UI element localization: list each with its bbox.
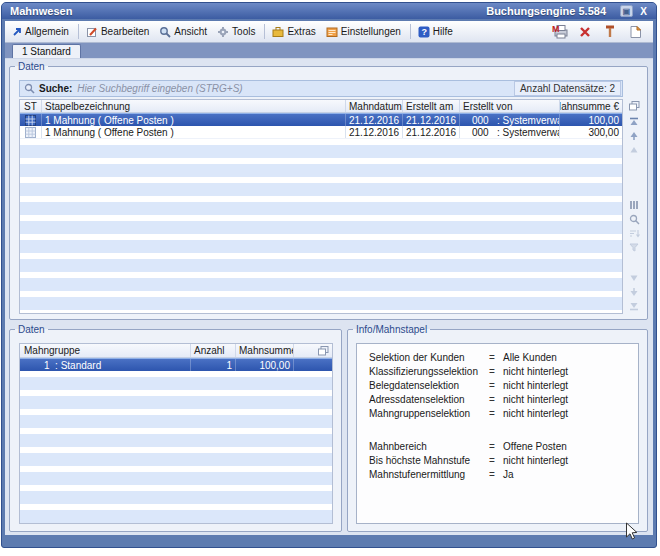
- menu-separator: [78, 24, 79, 39]
- info-row: Klassifizierungsselektion = nicht hinter…: [369, 365, 632, 378]
- col-mahngruppe[interactable]: Mahngruppe: [20, 344, 191, 357]
- info-mahnstapel-group: Info/Mahnstapel Selektion der Kunden = A…: [347, 324, 648, 532]
- toolbar-actions: M: [551, 24, 650, 40]
- menu-einstellungen[interactable]: Einstellungen: [322, 24, 407, 40]
- col-st[interactable]: ST: [20, 100, 42, 112]
- search-table-icon[interactable]: [628, 213, 640, 225]
- info-row: Mahnbereich = Offene Posten: [369, 440, 632, 453]
- main-daten-group: Daten Suche: Hier Suchbegriff eingeben (…: [9, 61, 648, 320]
- menu-separator: [264, 24, 265, 39]
- menu-ansicht[interactable]: Ansicht: [155, 24, 213, 40]
- col-mahnsumme[interactable]: Mahnsumme €: [560, 100, 622, 112]
- empty-rows-area: [20, 139, 622, 313]
- info-row: Adressdatenselektion = nicht hinterlegt: [369, 393, 632, 406]
- info-row: Bis höchste Mahnstufe = nicht hinterlegt: [369, 454, 632, 467]
- app-version: Buchungsengine 5.584: [486, 5, 606, 17]
- tools-icon: [217, 26, 229, 38]
- grid-outline-icon: [20, 126, 42, 138]
- select-columns-icon[interactable]: [628, 100, 640, 112]
- column-options-icon[interactable]: [628, 199, 640, 211]
- info-mahnstapel-legend: Info/Mahnstapel: [353, 324, 430, 335]
- search-placeholder: Hier Suchbegriff eingeben (STRG+S): [77, 83, 514, 94]
- info-row: Belegdatenselektion = nicht hinterlegt: [369, 379, 632, 392]
- settings-icon: [326, 26, 338, 38]
- scroll-next-icon[interactable]: [628, 272, 640, 284]
- tab-page: Daten Suche: Hier Suchbegriff eingeben (…: [5, 58, 653, 535]
- screen: { "window": { "title": "Mahnwesen", "ver…: [0, 0, 660, 556]
- sort-icon[interactable]: [628, 227, 640, 239]
- post-hammer-icon[interactable]: [601, 24, 619, 40]
- col-erstellt-von[interactable]: Erstellt von: [460, 100, 560, 112]
- col-mahndatum[interactable]: Mahndatum: [346, 100, 403, 112]
- mahngruppe-group: Daten Mahngruppe Anzahl Mahnsumme € 1 : …: [9, 324, 342, 532]
- svg-text:?: ?: [421, 27, 427, 37]
- delete-icon[interactable]: [576, 24, 594, 40]
- tab-strip: 1 Standard: [5, 43, 653, 58]
- scroll-up-icon[interactable]: [628, 130, 640, 142]
- empty-rows-area: [20, 371, 332, 523]
- window-body: Allgemein Bearbeiten Ansicht Tools Extra…: [5, 21, 653, 535]
- menu-bar: Allgemein Bearbeiten Ansicht Tools Extra…: [5, 21, 653, 43]
- help-icon: ?: [418, 26, 430, 38]
- table-row[interactable]: 1 Mahnung ( Offene Posten ) 21.12.2016 2…: [20, 126, 622, 139]
- scroll-prev-icon[interactable]: [628, 144, 640, 156]
- menu-hilfe[interactable]: ? Hilfe: [414, 24, 459, 40]
- main-daten-legend: Daten: [15, 61, 48, 72]
- mouse-cursor: [625, 522, 638, 541]
- table-header[interactable]: Mahngruppe Anzahl Mahnsumme €: [20, 344, 332, 358]
- menu-separator: [410, 24, 411, 39]
- edit-icon: [86, 26, 98, 38]
- record-count: Anzahl Datensätze: 2: [514, 81, 621, 96]
- mahngruppe-table: Mahngruppe Anzahl Mahnsumme € 1 : Standa…: [19, 343, 333, 524]
- extras-icon: [272, 26, 284, 38]
- title-bar: Mahnwesen Buchungsengine 5.584 ▣ X: [2, 3, 656, 19]
- tab-standard[interactable]: 1 Standard: [12, 44, 81, 58]
- print-mahnung-icon[interactable]: M: [551, 24, 569, 40]
- new-document-icon[interactable]: [626, 24, 644, 40]
- col-stapelbezeichnung[interactable]: Stapelbezeichnung: [42, 100, 346, 112]
- window-title: Mahnwesen: [10, 5, 486, 17]
- info-row: Mahngruppenselektion = nicht hinterlegt: [369, 407, 632, 420]
- arrow-ne-icon: [12, 27, 22, 37]
- table-row[interactable]: 1 : Standard 1 100,00: [20, 358, 332, 371]
- mahngruppe-legend: Daten: [15, 324, 48, 335]
- scroll-down-icon[interactable]: [628, 286, 640, 298]
- scroll-first-icon[interactable]: [628, 116, 640, 128]
- info-panel: Selektion der Kunden = Alle Kunden Klass…: [356, 343, 639, 524]
- app-window: Mahnwesen Buchungsengine 5.584 ▣ X Allge…: [1, 2, 657, 548]
- menu-extras[interactable]: Extras: [268, 24, 321, 40]
- table-toolbar-strip: [626, 99, 642, 314]
- info-row: Mahnstufenermittlung = Ja: [369, 468, 632, 481]
- scroll-last-icon[interactable]: [628, 300, 640, 312]
- info-row: Selektion der Kunden = Alle Kunden: [369, 351, 632, 364]
- select-columns-icon[interactable]: [294, 344, 332, 357]
- grid-filled-icon: [20, 114, 42, 126]
- search-icon: [24, 83, 35, 94]
- menu-tools[interactable]: Tools: [213, 24, 261, 40]
- close-icon[interactable]: X: [637, 5, 650, 17]
- col-anzahl[interactable]: Anzahl: [191, 344, 236, 357]
- col-erstellt-am[interactable]: Erstellt am: [403, 100, 460, 112]
- table-header[interactable]: ST Stapelbezeichnung Mahndatum Erstellt …: [20, 100, 622, 113]
- col-mahnsumme[interactable]: Mahnsumme €: [236, 344, 294, 357]
- window-menu-icon[interactable]: ▣: [620, 5, 633, 17]
- mahnstapel-table: ST Stapelbezeichnung Mahndatum Erstellt …: [19, 99, 623, 314]
- search-label: Suche:: [39, 83, 72, 94]
- menu-bearbeiten[interactable]: Bearbeiten: [82, 24, 155, 40]
- svg-text:M: M: [552, 24, 560, 34]
- table-row[interactable]: 1 Mahnung ( Offene Posten ) 21.12.2016 2…: [20, 113, 622, 126]
- view-icon: [159, 26, 171, 38]
- filter-icon[interactable]: [628, 241, 640, 253]
- menu-allgemein[interactable]: Allgemein: [8, 24, 75, 39]
- search-input[interactable]: Suche: Hier Suchbegriff eingeben (STRG+S…: [19, 80, 623, 97]
